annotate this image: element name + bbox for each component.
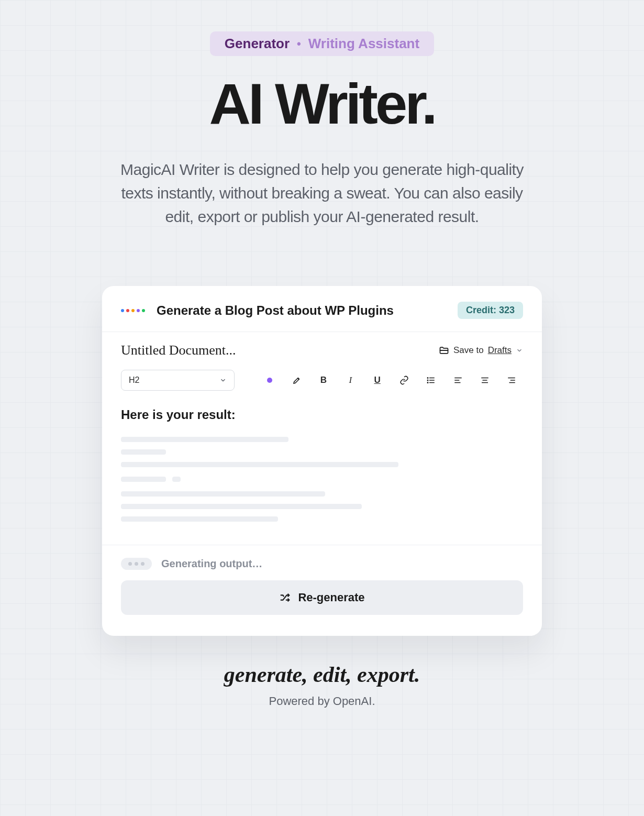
heading-select[interactable]: H2 <box>121 370 235 391</box>
page-subtitle: MagicAI Writer is designed to help you g… <box>118 158 526 228</box>
loading-dots-icon <box>121 558 152 570</box>
result-heading: Here is your result: <box>121 407 523 422</box>
chevron-down-icon <box>219 377 227 384</box>
tagline-text: generate, edit, export. <box>0 662 644 687</box>
pill-writing-assistant[interactable]: Writing Assistant <box>308 36 419 52</box>
skeleton-line <box>121 504 362 509</box>
editor-toolbar: H2 B I U <box>102 363 542 400</box>
pill-separator: • <box>297 37 301 51</box>
align-center-button[interactable] <box>473 370 496 391</box>
svg-point-4 <box>428 380 429 381</box>
pill-generator[interactable]: Generator <box>225 36 290 52</box>
bold-button[interactable]: B <box>312 370 335 391</box>
italic-button[interactable]: I <box>339 370 362 391</box>
chevron-down-icon <box>516 347 523 354</box>
prompt-text: Generate a Blog Post about WP Plugins <box>157 303 458 318</box>
rainbow-dots-icon <box>121 309 145 312</box>
skeleton-line <box>172 477 181 482</box>
link-icon <box>399 376 409 385</box>
regenerate-label: Re-generate <box>298 591 364 604</box>
regenerate-button[interactable]: Re-generate <box>121 580 523 615</box>
highlighter-icon <box>292 376 302 385</box>
card-footer: Generating output… Re-generate <box>102 545 542 636</box>
list-icon <box>426 376 436 385</box>
powered-by-text: Powered by OpenAI. <box>0 694 644 708</box>
color-swatch-icon <box>267 378 272 383</box>
align-right-icon <box>507 376 516 385</box>
highlight-button[interactable] <box>285 370 308 391</box>
skeleton-line <box>121 491 325 497</box>
card-header: Generate a Blog Post about WP Plugins Cr… <box>102 286 542 332</box>
mode-pill[interactable]: Generator • Writing Assistant <box>210 31 434 56</box>
underline-button[interactable]: U <box>366 370 388 391</box>
skeleton-line <box>121 449 166 455</box>
align-right-button[interactable] <box>501 370 523 391</box>
align-left-icon <box>453 376 463 385</box>
text-color-button[interactable] <box>259 370 281 391</box>
save-to-drafts-button[interactable]: Save to Drafts <box>439 345 523 356</box>
heading-select-value: H2 <box>129 376 139 385</box>
save-to-label: Save to <box>453 345 484 356</box>
shuffle-icon <box>279 592 291 603</box>
generating-status: Generating output… <box>161 558 262 570</box>
skeleton-line <box>121 477 166 482</box>
folder-icon <box>439 345 449 356</box>
list-button[interactable] <box>420 370 442 391</box>
skeleton-line <box>121 462 398 467</box>
skeleton-line <box>121 516 278 522</box>
page-title: AI Writer. <box>0 75 644 133</box>
svg-point-3 <box>428 378 429 379</box>
result-area: Here is your result: <box>102 400 542 545</box>
link-button[interactable] <box>393 370 415 391</box>
editor-card: Generate a Blog Post about WP Plugins Cr… <box>102 286 542 636</box>
align-left-button[interactable] <box>447 370 469 391</box>
svg-point-5 <box>428 382 429 383</box>
align-center-icon <box>480 376 490 385</box>
save-target: Drafts <box>488 345 512 356</box>
document-title-input[interactable]: Untitled Document... <box>121 343 439 358</box>
skeleton-line <box>121 437 288 442</box>
credit-badge: Credit: 323 <box>458 302 523 319</box>
